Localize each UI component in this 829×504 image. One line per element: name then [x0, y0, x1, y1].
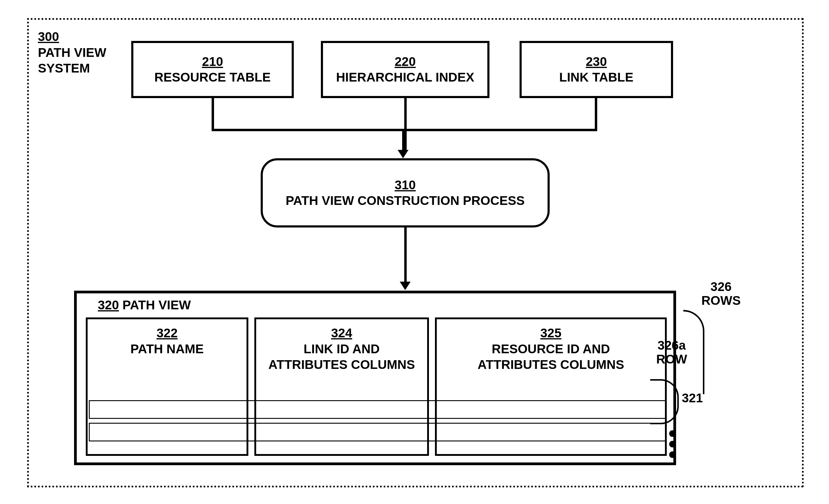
- path-name-label: PATH NAME: [87, 341, 247, 357]
- path-view-ref: 320: [98, 298, 119, 312]
- resource-table-ref: 210: [202, 54, 223, 69]
- rows-label: 326 ROWS: [701, 280, 741, 308]
- res-col-ref: 325: [540, 326, 562, 340]
- ellipsis-dot: [669, 441, 676, 448]
- row-a-label: 326a ROW: [656, 339, 687, 366]
- process-label: PATH VIEW CONSTRUCTION PROCESS: [286, 193, 525, 209]
- res-col-label-line1: RESOURCE ID AND: [437, 341, 665, 357]
- link-col-ref: 324: [331, 326, 352, 340]
- system-label: 300 PATH VIEW SYSTEM: [38, 29, 106, 76]
- system-name-line2: SYSTEM: [38, 61, 90, 75]
- rows-ref: 326: [701, 280, 741, 294]
- table-row: [89, 400, 667, 419]
- row-a-ref: 326a: [656, 339, 687, 352]
- path-name-ref: 322: [156, 326, 178, 340]
- link-col-label-line1: LINK ID AND: [256, 341, 427, 357]
- system-name-line1: PATH VIEW: [38, 45, 106, 60]
- ellipsis-dot: [669, 451, 676, 458]
- rows-group-bracket: [650, 379, 679, 424]
- res-col-label-line2: ATTRIBUTES COLUMNS: [437, 357, 665, 373]
- rows-group-ref: 321: [682, 391, 703, 405]
- path-view-system-container: 300 PATH VIEW SYSTEM 210 RESOURCE TABLE …: [27, 18, 804, 488]
- table-row: [89, 423, 667, 441]
- link-table-ref: 230: [586, 54, 607, 69]
- process-ref: 310: [395, 178, 416, 192]
- resource-table-box: 210 RESOURCE TABLE: [131, 41, 294, 98]
- hierarchical-index-label: HIERARCHICAL INDEX: [336, 70, 474, 85]
- hierarchical-index-box: 220 HIERARCHICAL INDEX: [321, 41, 490, 98]
- system-ref: 300: [38, 30, 59, 44]
- resource-table-label: RESOURCE TABLE: [154, 70, 271, 85]
- link-table-label: LINK TABLE: [559, 70, 634, 85]
- ellipsis-dot: [669, 430, 676, 437]
- process-box: 310 PATH VIEW CONSTRUCTION PROCESS: [261, 158, 550, 228]
- rows-text: ROWS: [701, 294, 741, 308]
- link-col-label-line2: ATTRIBUTES COLUMNS: [256, 357, 427, 373]
- row-a-text: ROW: [656, 352, 687, 366]
- path-view-title: 320 PATH VIEW: [98, 298, 191, 312]
- link-table-box: 230 LINK TABLE: [519, 41, 673, 98]
- path-view-box: 320 PATH VIEW 322 PATH NAME 324 LINK ID …: [74, 290, 676, 465]
- hierarchical-index-ref: 220: [395, 54, 416, 69]
- path-view-title-text: PATH VIEW: [122, 298, 191, 312]
